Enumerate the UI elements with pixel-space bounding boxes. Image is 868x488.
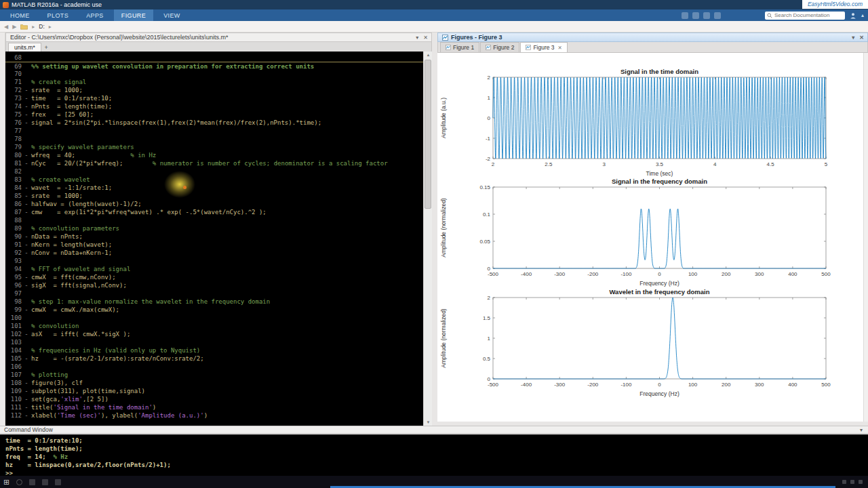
taskbar-search-icon[interactable] [16, 479, 22, 485]
code-line: 99-cmwX = cmwX./max(cmwX); [5, 306, 423, 314]
editor-menu-icon[interactable]: ▾ [416, 35, 418, 41]
figures-scrollbar[interactable] [863, 53, 868, 422]
chart-wavelet-frequency-domain: Wavelet in the frequency domain-500-400-… [437, 288, 861, 403]
editor-vertical-scrollbar[interactable]: ▲ ▼ [423, 52, 432, 426]
editor-tab-bar: units.m* + [5, 42, 432, 52]
command-window-menu-icon[interactable]: ▾ [860, 427, 863, 433]
code-line: 93 [5, 257, 423, 265]
code-line: 78 [5, 135, 423, 143]
scroll-up-icon[interactable]: ▲ [424, 53, 432, 57]
tab-figure-3[interactable]: Figure 3 ✕ [520, 42, 567, 52]
svg-text:Frequency (Hz): Frequency (Hz) [639, 390, 679, 397]
collapse-ribbon-icon[interactable]: ▴ [861, 12, 864, 18]
svg-text:200: 200 [722, 271, 731, 277]
forward-icon[interactable]: ▶ [12, 24, 16, 30]
scroll-down-icon[interactable]: ▼ [424, 420, 432, 424]
tab-home[interactable]: HOME [3, 9, 37, 21]
svg-text:500: 500 [821, 271, 831, 277]
code-line: 86-halfwav = (length(wavet)-1)/2; [5, 200, 423, 208]
code-line: 80-wfreq = 40; % in Hz [5, 151, 423, 159]
taskbar-app-icon[interactable] [42, 479, 48, 485]
tab-figure-1[interactable]: Figure 1 [440, 42, 479, 52]
code-line: 91-nKern = length(wavet); [5, 241, 423, 249]
code-line: 68 [5, 54, 423, 62]
figure-tab-icon [446, 45, 451, 50]
scrollbar-thumb[interactable] [425, 60, 431, 209]
taskbar-app-icon[interactable] [29, 479, 35, 485]
figures-close-icon[interactable]: ✕ [859, 35, 864, 41]
svg-text:-300: -300 [554, 271, 566, 277]
svg-text:0: 0 [488, 115, 491, 121]
svg-text:-2: -2 [486, 156, 491, 162]
svg-text:-400: -400 [521, 382, 532, 388]
new-document-tab-button[interactable]: + [41, 43, 52, 52]
editor-tab-units[interactable]: units.m* [8, 43, 41, 52]
paste-icon[interactable] [714, 12, 721, 19]
figures-panel: Figures - Figure 3 ▾ ✕ Figure 1 Figure 2… [437, 33, 868, 422]
svg-text:1: 1 [488, 336, 491, 342]
svg-text:Amplitude (normalized): Amplitude (normalized) [440, 308, 447, 368]
tray-icon[interactable] [859, 480, 863, 484]
svg-text:-200: -200 [587, 382, 599, 388]
cut-icon[interactable] [692, 12, 699, 19]
command-window[interactable]: time = 0:1/srate:10;nPnts = length(time)… [0, 434, 868, 476]
breadcrumb-location[interactable]: D: [39, 23, 45, 30]
svg-text:300: 300 [755, 271, 764, 277]
tab-view[interactable]: VIEW [156, 9, 188, 21]
figures-menu-icon[interactable]: ▾ [852, 35, 854, 41]
code-line: 102-asX = ifft( cmwX.*sigX ); [5, 330, 423, 338]
command-window-header: Command Window ▾ [0, 426, 868, 434]
editor-title: Editor - C:\Users\mxc\Dropbox (Personal)… [10, 34, 229, 41]
command-output: time = 0:1/srate:10;nPnts = length(time)… [5, 436, 868, 477]
code-line: 112-xlabel('Time (sec)'), ylabel('Amplit… [5, 411, 423, 420]
editor-close-icon[interactable]: ✕ [423, 35, 428, 41]
svg-text:100: 100 [688, 382, 698, 388]
start-button[interactable]: ⊞ [3, 479, 9, 486]
documentation-search[interactable] [765, 12, 845, 20]
tab-plots[interactable]: PLOTS [40, 9, 77, 21]
code-line: 77 [5, 127, 423, 135]
svg-text:Signal in the time domain: Signal in the time domain [620, 68, 698, 75]
copy-icon[interactable] [703, 12, 710, 19]
code-line: 95-cmwX = fft(cmw,nConv); [5, 273, 423, 281]
svg-text:2: 2 [492, 161, 495, 167]
tab-figure-2[interactable]: Figure 2 [480, 42, 519, 52]
svg-text:Frequency (Hz): Frequency (Hz) [639, 280, 679, 287]
svg-text:500: 500 [821, 382, 831, 388]
code-editor[interactable]: 6869%% setting up wavelet convolution in… [5, 52, 432, 426]
tab-apps[interactable]: APPS [79, 9, 111, 21]
code-line: 69%% setting up wavelet convolution in p… [5, 62, 423, 70]
close-figure-tab-icon[interactable]: ✕ [558, 45, 562, 51]
svg-text:0.1: 0.1 [483, 211, 491, 218]
system-tray [842, 480, 863, 484]
command-line: hz = linspace(0,srate/2,floor(nPnts/2)+1… [5, 461, 868, 469]
search-input[interactable] [774, 12, 842, 18]
code-line: 104% frequencies in Hz (valid only up to… [5, 346, 423, 354]
code-line: 85-srate = 1000; [5, 192, 423, 200]
user-profile-icon[interactable] [850, 12, 856, 19]
tray-icon[interactable] [850, 480, 854, 484]
taskbar-app-icon[interactable] [55, 479, 61, 485]
code-line: 87-cmw = exp(1i*2*pi*wfreq*wavet) .* exp… [5, 208, 423, 216]
code-line: 73-time = 0:1/srate:10; [5, 94, 423, 102]
code-line: 111-title('Signal in the time domain') [5, 403, 423, 411]
svg-text:0.15: 0.15 [479, 184, 490, 190]
tab-figure[interactable]: FIGURE [114, 9, 153, 21]
code-line: 70 [5, 70, 423, 78]
svg-text:200: 200 [722, 382, 731, 388]
svg-text:1: 1 [488, 95, 491, 101]
code-line: 94% FFT of wavelet and signal [5, 265, 423, 273]
save-icon[interactable] [682, 12, 688, 19]
svg-text:-100: -100 [620, 382, 632, 388]
command-window-title: Command Window [4, 426, 53, 433]
svg-text:-500: -500 [488, 382, 499, 388]
svg-text:-300: -300 [554, 382, 566, 388]
window-titlebar: MATLAB R2016a - academic use EasyHtml5Vi… [0, 0, 868, 9]
tray-icon[interactable] [842, 480, 846, 484]
back-icon[interactable]: ◀ [4, 24, 8, 30]
svg-text:4: 4 [713, 161, 717, 167]
browse-folder-icon[interactable] [20, 24, 28, 30]
breadcrumb-chevron-icon: ▸ [32, 24, 35, 30]
figures-title: Figures - Figure 3 [451, 34, 502, 41]
editor-tab-label: units.m* [14, 44, 35, 51]
